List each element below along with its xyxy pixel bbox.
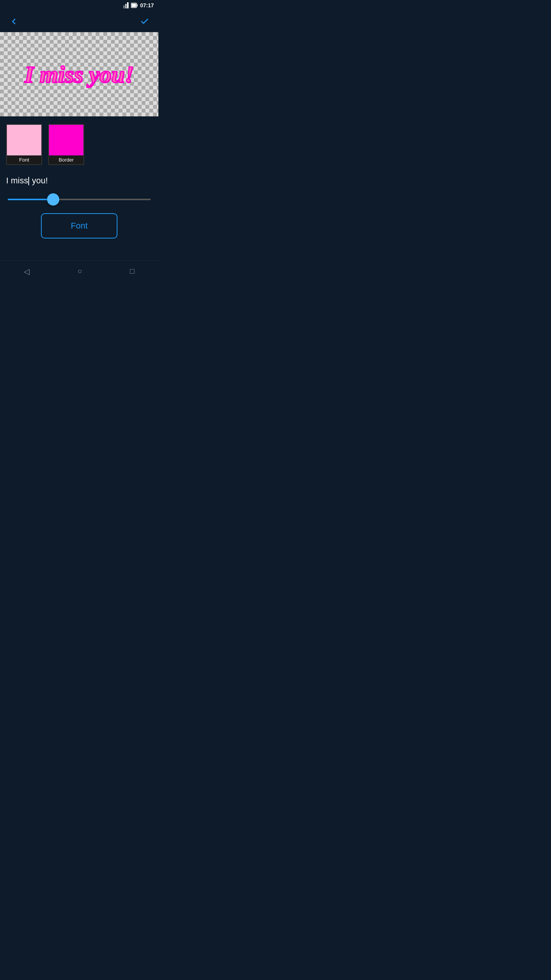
font-color-preview bbox=[7, 125, 41, 155]
border-color-swatch[interactable]: Border bbox=[48, 124, 84, 165]
font-button[interactable]: Font bbox=[41, 213, 117, 238]
nav-home-icon: ○ bbox=[77, 267, 82, 276]
size-slider[interactable] bbox=[8, 199, 151, 200]
svg-marker-1 bbox=[125, 4, 127, 8]
nav-recent-icon: □ bbox=[130, 267, 134, 276]
status-bar: 07:17 bbox=[0, 0, 158, 11]
toolbar bbox=[0, 11, 158, 32]
nav-back-button[interactable]: ◁ bbox=[15, 264, 39, 279]
text-input-display[interactable]: I miss you! bbox=[6, 174, 152, 187]
svg-marker-0 bbox=[123, 5, 125, 8]
signal-icon bbox=[123, 2, 129, 8]
status-time: 07:17 bbox=[140, 2, 154, 8]
preview-text: I miss you! bbox=[24, 61, 134, 88]
text-after-cursor: you! bbox=[29, 176, 48, 185]
check-icon bbox=[140, 17, 149, 26]
svg-marker-2 bbox=[127, 2, 129, 8]
svg-rect-4 bbox=[137, 4, 138, 7]
back-icon bbox=[9, 17, 18, 26]
nav-recent-button[interactable]: □ bbox=[121, 264, 143, 279]
preview-area: I miss you! bbox=[0, 32, 158, 116]
size-slider-container bbox=[6, 195, 152, 202]
nav-back-icon: ◁ bbox=[24, 267, 29, 276]
status-icons bbox=[123, 2, 138, 8]
text-before-cursor: I miss bbox=[6, 176, 28, 185]
border-color-label: Border bbox=[49, 155, 83, 164]
font-color-label: Font bbox=[7, 155, 41, 164]
confirm-button[interactable] bbox=[137, 14, 152, 29]
bottom-nav: ◁ ○ □ bbox=[0, 260, 158, 282]
color-swatches-row: Font Border bbox=[6, 124, 152, 165]
font-color-swatch[interactable]: Font bbox=[6, 124, 42, 165]
nav-home-button[interactable]: ○ bbox=[68, 264, 91, 279]
back-button[interactable] bbox=[6, 14, 21, 29]
svg-rect-5 bbox=[132, 4, 136, 7]
battery-icon bbox=[131, 2, 138, 8]
controls-section: Font Border I miss you! Font bbox=[0, 116, 158, 260]
border-color-preview bbox=[49, 125, 83, 155]
